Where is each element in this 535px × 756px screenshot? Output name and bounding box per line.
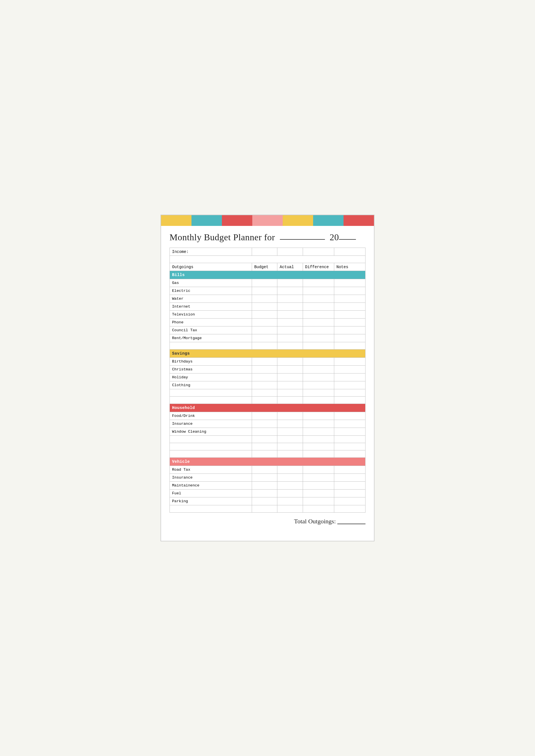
budget-cell <box>252 358 277 365</box>
actual-cell <box>277 412 303 420</box>
diff-cell <box>303 342 334 350</box>
notes-cell <box>334 412 365 420</box>
notes-cell <box>334 420 365 428</box>
budget-cell <box>252 466 277 474</box>
budget-cell <box>252 489 277 497</box>
diff-cell <box>303 287 334 295</box>
color-segment <box>252 215 283 226</box>
actual-cell <box>277 342 303 350</box>
budget-cell <box>252 451 277 458</box>
budget-cell <box>252 428 277 436</box>
actual-cell <box>277 428 303 436</box>
actual-cell <box>277 365 303 373</box>
category-label-savings: Savings <box>170 350 365 358</box>
color-segment <box>161 215 191 226</box>
actual-cell <box>277 327 303 334</box>
category-label-vehicle: Vehicle <box>170 458 365 466</box>
actual-cell <box>277 443 303 451</box>
category-row-vehicle: Vehicle <box>170 458 365 466</box>
actual-cell <box>277 474 303 482</box>
col-difference: Difference <box>303 263 334 271</box>
budget-cell <box>252 287 277 295</box>
category-label-household: Household <box>170 404 365 412</box>
empty-row <box>170 256 365 263</box>
diff-cell <box>303 334 334 342</box>
color-segment <box>283 215 313 226</box>
budget-cell <box>252 334 277 342</box>
diff-cell <box>303 365 334 373</box>
diff-cell <box>303 489 334 497</box>
actual-cell <box>277 279 303 287</box>
actual-cell <box>277 319 303 327</box>
diff-cell <box>303 497 334 505</box>
notes-cell <box>170 342 252 350</box>
diff-cell <box>303 428 334 436</box>
item-label: Maintainence <box>170 482 252 489</box>
diff-cell <box>303 358 334 365</box>
budget-cell <box>252 319 277 327</box>
table-row: Television <box>170 311 365 319</box>
budget-cell <box>252 389 277 396</box>
notes-cell <box>334 436 365 443</box>
budget-cell <box>252 303 277 311</box>
actual-cell <box>277 311 303 319</box>
notes-cell <box>334 389 365 396</box>
title-area: Monthly Budget Planner for 20 <box>161 226 374 247</box>
diff-cell <box>303 319 334 327</box>
table-row: Water <box>170 295 365 303</box>
budget-cell <box>252 497 277 505</box>
actual-cell <box>277 373 303 381</box>
actual-cell <box>277 436 303 443</box>
notes-cell <box>334 428 365 436</box>
budget-cell <box>252 381 277 389</box>
actual-cell <box>277 420 303 428</box>
notes-cell <box>170 436 252 443</box>
item-label: Phone <box>170 319 252 327</box>
item-label: Christmas <box>170 365 252 373</box>
budget-cell <box>252 396 277 404</box>
budget-cell <box>252 342 277 350</box>
actual-cell <box>277 381 303 389</box>
notes-cell <box>334 327 365 334</box>
diff-cell <box>303 295 334 303</box>
empty-row <box>170 443 365 451</box>
col-notes: Notes <box>334 263 365 271</box>
table-row: Window Cleaning <box>170 428 365 436</box>
budget-cell <box>252 295 277 303</box>
item-label: Birthdays <box>170 358 252 365</box>
table-row: Maintainence <box>170 482 365 489</box>
notes-cell <box>334 279 365 287</box>
table-row: Holiday <box>170 373 365 381</box>
income-label: Income: <box>170 248 252 256</box>
budget-cell <box>252 420 277 428</box>
actual-cell <box>277 389 303 396</box>
diff-cell <box>303 466 334 474</box>
column-headers-row: Outgoings Budget Actual Difference Notes <box>170 263 365 271</box>
total-outgoings-area: Total Outgoings: <box>161 515 374 530</box>
diff-cell <box>303 412 334 420</box>
notes-cell <box>334 287 365 295</box>
actual-cell <box>277 295 303 303</box>
table-row: Parking <box>170 497 365 505</box>
table-row: Christmas <box>170 365 365 373</box>
col-budget: Budget <box>252 263 277 271</box>
table-row: Birthdays <box>170 358 365 365</box>
diff-cell <box>303 436 334 443</box>
notes-cell <box>170 443 252 451</box>
empty-row <box>170 451 365 458</box>
notes-cell <box>334 381 365 389</box>
notes-cell <box>334 365 365 373</box>
actual-cell <box>277 451 303 458</box>
actual-cell <box>277 396 303 404</box>
item-label: Parking <box>170 497 252 505</box>
actual-cell <box>277 334 303 342</box>
notes-cell <box>334 489 365 497</box>
total-label: Total Outgoings: <box>294 518 336 525</box>
budget-cell <box>252 365 277 373</box>
item-label: Electric <box>170 287 252 295</box>
notes-cell <box>334 295 365 303</box>
notes-cell <box>334 358 365 365</box>
budget-table: Income: Outgoings Budget Actual Differen… <box>170 247 365 513</box>
diff-cell <box>303 396 334 404</box>
item-label: Insurance <box>170 420 252 428</box>
